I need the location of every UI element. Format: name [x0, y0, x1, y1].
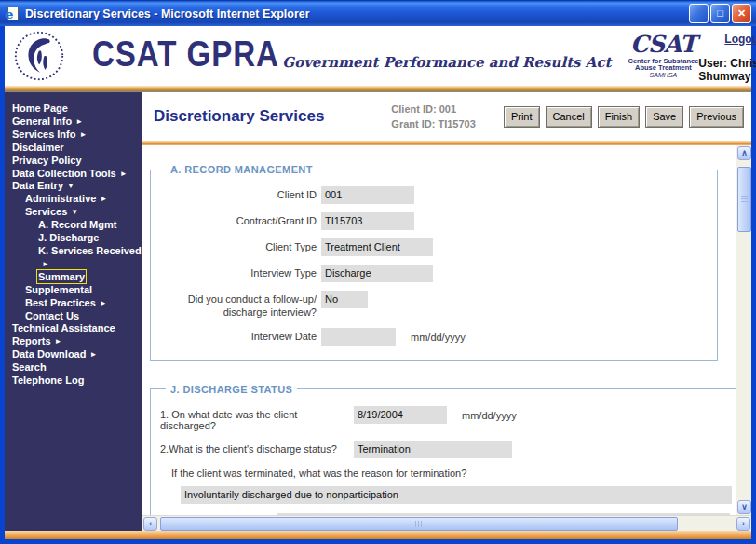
date-format-hint: mm/dd/yyyy [462, 406, 517, 421]
previous-button[interactable]: Previous [689, 106, 744, 128]
csat-logo: CSAT Center for Substance Abuse Treatmen… [628, 33, 698, 78]
sidebar-nav: Home Page General Info► Services Info► D… [5, 92, 142, 531]
followup-interview-field[interactable]: No [321, 291, 368, 308]
close-button[interactable]: ✕ [732, 4, 751, 23]
window-title: Discretionary Services - Microsoft Inter… [25, 7, 689, 20]
logout-link[interactable]: Logout [724, 33, 756, 46]
horizontal-scroll-thumb[interactable] [160, 517, 678, 531]
sidebar-item-telephone-log[interactable]: Telephone Log [12, 374, 141, 388]
collapse-icon: ▼ [67, 180, 74, 193]
other-specify-field[interactable] [277, 513, 730, 516]
sidebar-item-data-entry[interactable]: Data Entry▼ [12, 180, 141, 193]
page-title: Discretionary Services [154, 107, 324, 126]
header-divider [0, 86, 756, 92]
field-row: Did you conduct a follow-up/ discharge i… [160, 291, 708, 320]
brand-title: CSAT GPRA [92, 34, 279, 75]
sidebar-item-technical-assistance[interactable]: Technical Assistance [12, 322, 141, 335]
question-row: 1. On what date was the client discharge… [160, 406, 736, 431]
field-row: Client Type Treatment Client [160, 238, 708, 256]
window-border-bottom [0, 539, 756, 544]
browser-window: e Discretionary Services - Microsoft Int… [0, 0, 756, 544]
hhs-logo [12, 30, 66, 82]
expand-icon: ► [79, 129, 87, 142]
title-bar: e Discretionary Services - Microsoft Int… [0, 0, 756, 26]
form-content: A. RECORD MANAGEMENT Client ID 001 Contr… [142, 145, 736, 515]
field-row: Client ID 001 [160, 186, 708, 204]
sidebar-item-services-info[interactable]: Services Info► [12, 129, 141, 142]
sidebar-item-a-record-mgmt[interactable]: A. Record Mgmt [12, 219, 141, 232]
discharge-status-field[interactable]: Termination [354, 441, 512, 458]
sidebar-item-administrative[interactable]: Administrative► [12, 193, 141, 206]
brand-block: CSAT GPRA Government Performance and Res… [92, 36, 611, 75]
sidebar-item-data-download[interactable]: Data Download► [12, 348, 141, 361]
expand-icon: ► [42, 258, 49, 271]
expand-icon: ► [100, 297, 107, 310]
sidebar-item-privacy-policy[interactable]: Privacy Policy [12, 155, 141, 168]
vertical-scroll-thumb[interactable] [737, 167, 751, 232]
page-header: Discretionary Services Client ID: 001 Gr… [142, 92, 751, 141]
vertical-scrollbar[interactable]: ∧ ∨ [736, 145, 751, 515]
termination-prompt: If the client was terminated, what was t… [171, 468, 736, 479]
save-button[interactable]: Save [645, 106, 683, 128]
horizontal-scrollbar[interactable]: ‹ › [142, 515, 751, 531]
question-row: 2.What is the client's discharge status?… [160, 441, 736, 458]
bottom-accent-bar [0, 531, 756, 539]
scroll-down-icon[interactable]: ∨ [737, 500, 751, 514]
interview-date-field[interactable] [321, 328, 396, 346]
sidebar-item-j-discharge[interactable]: J. Discharge [12, 232, 141, 245]
client-grant-ids: Client ID: 001 Grant ID: TI15703 [391, 102, 475, 132]
discharge-status-section: J. DISCHARGE STATUS 1. On what date was … [150, 384, 736, 516]
user-name: User: Christopher Shumway [698, 57, 756, 83]
sidebar-item-disclaimer[interactable]: Disclaimer [12, 142, 141, 155]
sidebar-item-search[interactable]: Search [12, 361, 141, 374]
client-id-field[interactable]: 001 [321, 186, 414, 204]
record-management-section: A. RECORD MANAGEMENT Client ID 001 Contr… [150, 164, 718, 361]
sidebar-item-reports[interactable]: Reports► [12, 335, 141, 348]
sidebar-item-general-info[interactable]: General Info► [12, 116, 141, 129]
sidebar-item-services[interactable]: Services▼ [12, 206, 141, 219]
field-row: Contract/Grant ID TI15703 [160, 212, 708, 230]
expand-icon: ► [89, 348, 97, 361]
expand-icon: ► [120, 168, 128, 181]
interview-type-field[interactable]: Discharge [321, 265, 433, 282]
sidebar-item-summary[interactable]: Summary [12, 271, 141, 284]
field-row: Interview Type Discharge [160, 265, 708, 282]
client-id: Client ID: 001 [391, 102, 475, 117]
finish-button[interactable]: Finish [598, 106, 640, 128]
expand-icon: ► [55, 335, 62, 348]
discharge-status-legend: J. DISCHARGE STATUS [166, 384, 297, 395]
sidebar-item-best-practices[interactable]: Best Practices► [12, 297, 141, 310]
other-specify-label: Other (Specify) [190, 513, 259, 516]
maximize-button[interactable]: □ [710, 4, 730, 23]
minimize-button[interactable]: _ [689, 4, 709, 23]
sidebar-item-supplemental[interactable]: Supplemental [12, 284, 141, 297]
sidebar-item-data-collection-tools[interactable]: Data Collection Tools► [12, 168, 141, 181]
expand-icon: ► [75, 116, 83, 129]
termination-reason-field[interactable]: Involuntarily discharged due to nonparti… [181, 486, 732, 504]
discharge-date-field[interactable]: 8/19/2004 [354, 406, 447, 424]
scroll-right-icon[interactable]: › [736, 517, 750, 531]
sidebar-item-home-page[interactable]: Home Page [12, 102, 141, 116]
collapse-icon: ▼ [71, 206, 78, 219]
grant-id: Grant ID: TI15703 [391, 116, 475, 132]
print-button[interactable]: Print [504, 106, 540, 128]
brand-tagline: Government Performance and Results Act [282, 54, 611, 71]
record-management-legend: A. RECORD MANAGEMENT [166, 164, 317, 175]
client-type-field[interactable]: Treatment Client [321, 238, 433, 256]
scroll-left-icon[interactable]: ‹ [143, 517, 157, 531]
sidebar-item-k-services-received[interactable]: K. Services Received► [12, 245, 141, 271]
app-header: CSAT GPRA Government Performance and Res… [0, 26, 756, 86]
date-format-hint: mm/dd/yyyy [411, 328, 466, 343]
sidebar-item-contact-us[interactable]: Contact Us [12, 310, 141, 323]
scroll-up-icon[interactable]: ∧ [737, 146, 751, 160]
field-row: Interview Date mm/dd/yyyy [160, 328, 708, 346]
ie-page-icon: e [6, 7, 20, 21]
expand-icon: ► [100, 193, 107, 206]
cancel-button[interactable]: Cancel [546, 106, 592, 128]
contract-grant-id-field[interactable]: TI15703 [321, 212, 414, 230]
